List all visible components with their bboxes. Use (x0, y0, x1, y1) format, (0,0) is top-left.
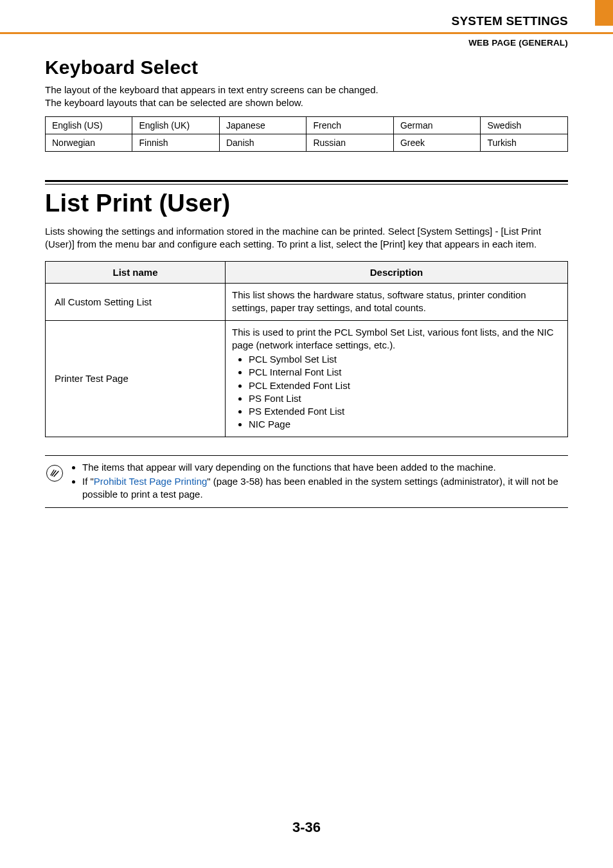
section-divider (45, 184, 568, 185)
keyboard-layout-table: English (US) English (UK) Japanese Frenc… (45, 116, 568, 152)
note-text: The items that appear will vary dependin… (71, 461, 568, 503)
list-name-cell: Printer Test Page (46, 320, 226, 437)
list-item: PS Font List (249, 392, 561, 405)
section-heading-list-print: List Print (User) (45, 190, 568, 217)
table-cell: English (US) (46, 116, 132, 134)
table-cell: German (393, 116, 480, 134)
table-header-row: List name Description (46, 262, 568, 284)
chapter-tab (595, 0, 613, 26)
note-bullet: The items that appear will vary dependin… (82, 461, 568, 474)
list-name-cell: All Custom Setting List (46, 284, 226, 321)
list-item: PS Extended Font List (249, 405, 561, 418)
table-row: Printer Test Page This is used to print … (46, 320, 568, 437)
table-row: All Custom Setting List This list shows … (46, 284, 568, 321)
paragraph-line: The keyboard layouts that can be selecte… (45, 97, 303, 108)
table-cell: Japanese (219, 116, 306, 134)
description-list: PCL Symbol Set List PCL Internal Font Li… (232, 353, 561, 431)
table-row: English (US) English (UK) Japanese Frenc… (46, 116, 568, 134)
table-header: List name (46, 262, 226, 284)
table-row: Norwegian Finnish Danish Russian Greek T… (46, 134, 568, 151)
note-block: The items that appear will vary dependin… (45, 455, 568, 509)
table-cell: Russian (306, 134, 393, 151)
list-print-table: List name Description All Custom Setting… (45, 261, 568, 437)
breadcrumb: WEB PAGE (GENERAL) (0, 38, 613, 48)
note-rule (45, 507, 568, 508)
table-cell: Swedish (481, 116, 568, 134)
paragraph-line: The layout of the keyboard that appears … (45, 84, 378, 95)
list-item: PCL Symbol Set List (249, 353, 561, 366)
section-heading-keyboard: Keyboard Select (45, 57, 568, 78)
description-intro: This is used to print the PCL Symbol Set… (232, 327, 554, 350)
chapter-title: SYSTEM SETTINGS (0, 14, 568, 28)
table-header: Description (226, 262, 568, 284)
paragraph: The layout of the keyboard that appears … (45, 84, 568, 110)
table-cell: Greek (393, 134, 480, 151)
header-rule (0, 32, 613, 34)
paragraph: Lists showing the settings and informati… (45, 225, 568, 251)
section-divider (45, 180, 568, 182)
description-cell: This list shows the hardware status, sof… (226, 284, 568, 321)
table-cell: French (306, 116, 393, 134)
page-number: 3-36 (0, 819, 613, 836)
table-cell: English (UK) (132, 116, 219, 134)
table-cell: Turkish (481, 134, 568, 151)
note-text-prefix: If " (82, 476, 94, 487)
table-cell: Norwegian (46, 134, 132, 151)
list-item: NIC Page (249, 418, 561, 431)
note-bullet: If "Prohibit Test Page Printing" (page 3… (82, 475, 568, 502)
note-icon (46, 465, 63, 482)
table-cell: Finnish (132, 134, 219, 151)
list-item: PCL Extended Font List (249, 379, 561, 392)
list-item: PCL Internal Font List (249, 366, 561, 379)
cross-reference-link[interactable]: Prohibit Test Page Printing (94, 476, 208, 487)
description-cell: This is used to print the PCL Symbol Set… (226, 320, 568, 437)
table-cell: Danish (219, 134, 306, 151)
